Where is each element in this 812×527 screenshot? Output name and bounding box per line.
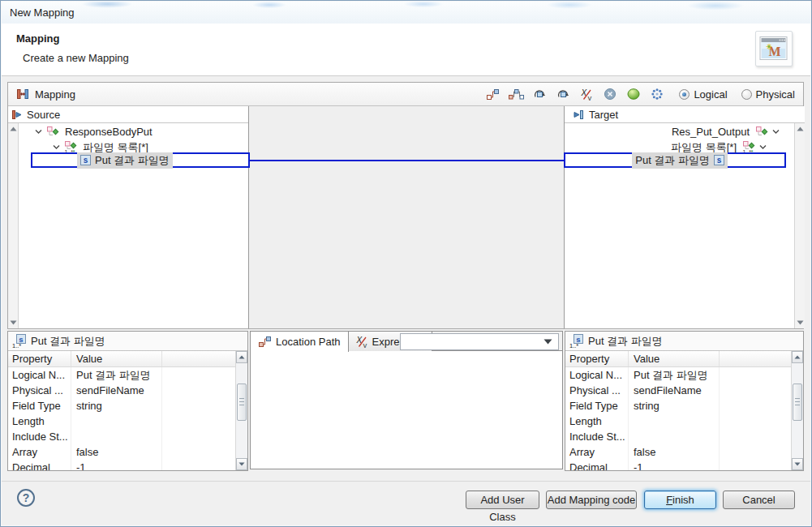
scroll-up-icon[interactable] — [795, 123, 806, 135]
new-mapping-dialog: New Mapping Mapping Create a new Mapping… — [0, 0, 812, 527]
tree-item-label[interactable]: Put 결과 파일명 — [95, 153, 170, 168]
value-cell: Put 결과 파일명 — [629, 367, 720, 383]
string-field-icon: s — [80, 155, 91, 165]
radio-logical-label: Logical — [694, 88, 727, 101]
scroll-down-icon[interactable] — [236, 458, 247, 470]
location-path-content[interactable] — [251, 352, 562, 469]
table-row[interactable]: Field Typestring — [565, 398, 791, 413]
source-selected-row[interactable]: s Put 결과 파일명 — [31, 152, 250, 168]
scrollbar-thumb[interactable] — [237, 383, 247, 421]
table-header[interactable]: Property Value — [8, 351, 235, 367]
table-row[interactable]: Logical N...Put 결과 파일명 — [565, 367, 791, 383]
radio-physical[interactable]: Physical — [741, 88, 795, 101]
radio-logical[interactable]: Logical — [679, 88, 727, 101]
chevron-down-icon[interactable] — [772, 129, 780, 135]
selected-field[interactable]: s Put 결과 파일명 — [77, 152, 173, 169]
table-row[interactable]: Decimal-1 — [8, 460, 235, 470]
mapping-canvas[interactable] — [249, 106, 564, 328]
scroll-down-icon[interactable] — [792, 458, 803, 470]
column-header-property[interactable]: Property — [565, 351, 629, 366]
source-tree-row[interactable]: ResponseBodyPut — [19, 124, 249, 139]
svg-text:1..*: 1..* — [12, 342, 21, 349]
button-bar-separator — [2, 481, 810, 482]
target-scrollbar[interactable] — [794, 123, 805, 328]
tree-item-label[interactable]: Res_Put_Output — [670, 126, 751, 138]
cancel-button[interactable]: Cancel — [723, 491, 795, 509]
table-row[interactable]: Arrayfalse — [8, 444, 235, 460]
chevron-down-icon[interactable] — [53, 144, 60, 150]
property-cell: Array — [8, 444, 71, 460]
source-panel-title: Source — [27, 109, 60, 121]
value-cell: string — [629, 398, 720, 413]
radio-physical-circle[interactable] — [741, 89, 752, 100]
map-fields-icon[interactable] — [484, 86, 501, 102]
table-row[interactable]: Decimal-1 — [565, 460, 791, 470]
finish-button[interactable]: Finish — [644, 491, 716, 509]
copy-target-structure-icon[interactable] — [555, 86, 571, 102]
mapping-connector-line[interactable] — [249, 160, 564, 161]
target-selected-row[interactable]: Put 결과 파일명 s — [564, 152, 786, 168]
tree-item-label[interactable]: Put 결과 파일명 — [635, 153, 710, 168]
source-icon — [11, 109, 23, 121]
table-row[interactable]: Length — [8, 413, 235, 429]
svg-text:y: y — [587, 92, 591, 101]
property-panel-icon: s1..* — [12, 334, 27, 349]
tree-item-label[interactable]: ResponseBodyPut — [63, 126, 154, 138]
table-scrollbar[interactable] — [235, 351, 247, 470]
status-green-icon[interactable] — [625, 86, 642, 102]
property-cell: Length — [8, 413, 71, 429]
source-scrollbar[interactable] — [8, 123, 19, 328]
value-cell: -1 — [71, 460, 162, 470]
radio-physical-label: Physical — [756, 88, 795, 101]
tab-location-path[interactable]: Location Path — [251, 332, 349, 352]
properties-title: Put 결과 파일명 — [588, 334, 663, 349]
table-row[interactable]: Physical ...sendFileName — [8, 383, 235, 398]
table-header[interactable]: Property Value — [565, 351, 791, 367]
table-row[interactable]: Physical ...sendFileName — [565, 383, 791, 398]
table-row[interactable]: Logical N...Put 결과 파일명 — [8, 367, 235, 383]
scroll-down-icon[interactable] — [8, 317, 19, 328]
expression-panel: Location Path Xy Expression — [250, 331, 563, 469]
scrollbar-thumb[interactable] — [793, 383, 802, 421]
window-title: New Mapping — [10, 6, 75, 19]
table-scrollbar[interactable] — [791, 351, 803, 470]
selected-field[interactable]: Put 결과 파일명 s — [632, 152, 728, 169]
element-group-icon — [755, 126, 768, 139]
table-row[interactable]: Length — [565, 413, 791, 429]
property-cell: Decimal — [8, 460, 71, 470]
column-header-property[interactable]: Property — [8, 351, 71, 366]
value-cell: false — [629, 444, 720, 460]
table-row[interactable]: Arrayfalse — [565, 444, 791, 460]
title-bar[interactable]: New Mapping — [2, 2, 810, 24]
table-row[interactable]: Field Typestring — [8, 398, 235, 413]
map-all-fields-icon[interactable] — [508, 86, 524, 102]
copy-source-structure-icon[interactable] — [531, 86, 548, 102]
property-cell: Decimal — [565, 460, 629, 470]
dropdown-arrow-icon[interactable] — [543, 339, 552, 345]
scroll-up-icon[interactable] — [236, 351, 247, 363]
target-tree-row[interactable]: Res_Put_Output — [565, 124, 794, 139]
chevron-down-icon[interactable] — [759, 144, 767, 150]
value-cell: sendFileName — [629, 383, 720, 398]
add-mapping-code-button[interactable]: Add Mapping code — [546, 491, 637, 509]
expression-toolbar-icon[interactable]: Xy — [578, 86, 595, 102]
help-icon[interactable]: ? — [17, 489, 35, 507]
scroll-up-icon[interactable] — [8, 123, 19, 135]
auto-map-icon[interactable] — [649, 86, 665, 102]
column-header-value[interactable]: Value — [629, 351, 720, 366]
string-field-icon: s — [714, 155, 724, 165]
table-row[interactable]: Include St... — [8, 429, 235, 444]
screenshot: New Mapping Mapping Create a new Mapping… — [0, 0, 812, 527]
add-user-class-button[interactable]: Add User Class — [466, 491, 539, 509]
page-subtitle: Create a new Mapping — [23, 52, 129, 64]
scroll-up-icon[interactable] — [792, 351, 803, 363]
remove-mapping-icon[interactable] — [602, 86, 618, 102]
expression-combo[interactable] — [400, 333, 559, 350]
radio-logical-circle[interactable] — [679, 89, 690, 100]
table-row[interactable]: Include St... — [565, 429, 791, 444]
column-header-value[interactable]: Value — [71, 351, 162, 366]
chevron-down-icon[interactable] — [35, 129, 42, 135]
value-cell — [71, 429, 162, 444]
scroll-down-icon[interactable] — [795, 317, 806, 328]
properties-title: Put 결과 파일명 — [31, 334, 105, 349]
